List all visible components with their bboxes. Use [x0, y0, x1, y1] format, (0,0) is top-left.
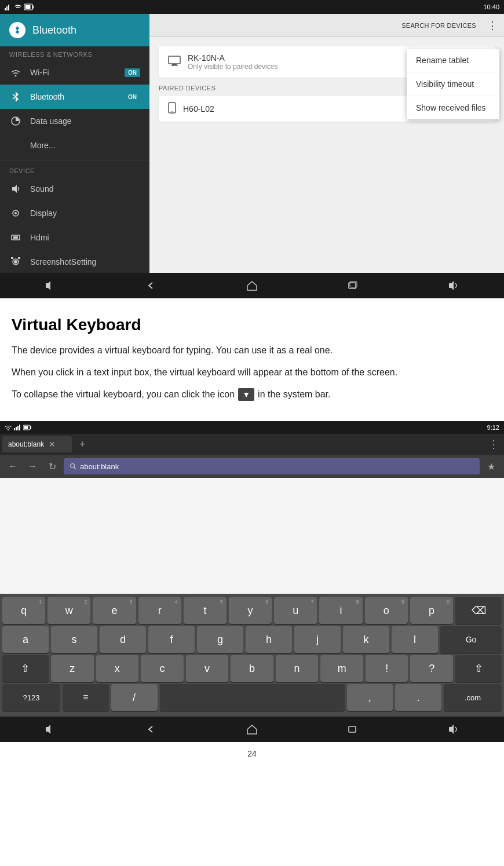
key-exclaim[interactable]: !: [366, 655, 408, 682]
status-bar: 10:40: [0, 0, 504, 14]
key-shift-left[interactable]: ⇧: [2, 655, 49, 682]
data-usage-icon: [9, 115, 22, 127]
browser-menu-button[interactable]: ⋮: [485, 436, 502, 452]
key-k[interactable]: k: [343, 626, 389, 653]
wifi-toggle[interactable]: ON: [125, 68, 140, 77]
svg-point-10: [14, 212, 17, 214]
key-x[interactable]: x: [96, 655, 139, 682]
key-r[interactable]: 4r: [138, 597, 181, 624]
browser-home[interactable]: [240, 718, 264, 741]
key-slash[interactable]: /: [111, 684, 158, 711]
key-backspace[interactable]: ⌫: [455, 597, 502, 624]
browser-status-bar: 9:12: [0, 421, 504, 434]
doc-para-3-prefix: To collapse the virtual keyboard, you ca…: [12, 388, 235, 401]
more-options-button[interactable]: ⋮: [485, 19, 499, 32]
key-e[interactable]: 3e: [93, 597, 136, 624]
svg-rect-16: [18, 257, 20, 259]
svg-rect-39: [17, 426, 19, 430]
sidebar-title: Bluetooth: [32, 24, 76, 36]
key-dotcom[interactable]: .com: [444, 684, 502, 711]
svg-marker-48: [449, 725, 454, 734]
key-t[interactable]: 5t: [184, 597, 227, 624]
key-g[interactable]: g: [197, 626, 243, 653]
bt-toggle[interactable]: ON: [125, 93, 140, 101]
browser-url-bar[interactable]: about:blank: [64, 458, 480, 474]
browser-back[interactable]: [140, 718, 163, 741]
key-period[interactable]: .: [395, 684, 441, 711]
key-123[interactable]: ?123: [2, 684, 60, 711]
volume-up-nav-button[interactable]: [442, 274, 465, 297]
battery-icon: [24, 3, 34, 10]
tab-close-button[interactable]: ✕: [49, 440, 56, 449]
key-c[interactable]: c: [141, 655, 184, 682]
key-b[interactable]: b: [231, 655, 273, 682]
key-d[interactable]: d: [100, 626, 146, 653]
keyboard-row-4: ?123 ≡ / , . .com: [2, 684, 502, 711]
browser-forward-button[interactable]: →: [24, 458, 41, 474]
key-y[interactable]: 6y: [229, 597, 272, 624]
sidebar-item-wifi[interactable]: Wi-Fi ON: [0, 60, 149, 85]
key-go[interactable]: Go: [440, 626, 502, 653]
key-f[interactable]: f: [148, 626, 195, 653]
key-m[interactable]: m: [320, 655, 363, 682]
key-l[interactable]: l: [392, 626, 438, 653]
key-q[interactable]: 1q: [2, 597, 45, 624]
key-o[interactable]: 9o: [365, 597, 408, 624]
sidebar-item-hdmi[interactable]: Hdmi: [0, 225, 149, 250]
sidebar-item-screenshot[interactable]: ScreenshotSetting: [0, 250, 149, 273]
key-w[interactable]: 2w: [48, 597, 90, 624]
sidebar-item-more[interactable]: More...: [0, 133, 149, 158]
search-for-devices-button[interactable]: SEARCH FOR DEVICES: [397, 20, 481, 31]
svg-rect-29: [171, 65, 178, 66]
sidebar-header: Bluetooth: [0, 14, 149, 46]
recent-nav-button[interactable]: [341, 274, 364, 297]
hdmi-label: Hdmi: [30, 233, 49, 242]
key-j[interactable]: j: [294, 626, 341, 653]
doc-title: Virtual Keyboard: [12, 316, 492, 334]
sidebar-item-bluetooth[interactable]: Bluetooth ON: [0, 85, 149, 109]
context-show-received-files[interactable]: Show received files: [407, 96, 499, 119]
volume-down-nav-button[interactable]: [39, 274, 62, 297]
context-visibility-timeout[interactable]: Visibility timeout: [407, 72, 499, 96]
browser-tab[interactable]: about:blank ✕: [2, 436, 72, 452]
key-z[interactable]: z: [51, 655, 94, 682]
key-i[interactable]: 8i: [319, 597, 362, 624]
new-tab-button[interactable]: +: [74, 436, 90, 452]
bookmark-button[interactable]: ★: [483, 458, 499, 474]
key-emoji[interactable]: ≡: [63, 684, 109, 711]
browser-vol-up[interactable]: [442, 718, 465, 741]
sidebar-item-sound[interactable]: Sound: [0, 177, 149, 201]
key-a[interactable]: a: [2, 626, 49, 653]
browser-back-button[interactable]: ←: [5, 458, 21, 474]
key-h[interactable]: h: [246, 626, 292, 653]
svg-rect-28: [172, 64, 177, 65]
wifi-sidebar-icon: [9, 66, 22, 79]
sidebar-item-display[interactable]: Display: [0, 201, 149, 225]
android-settings-screen: 10:40 Bluetooth WIRELESS & NETWORKS Wi-F…: [0, 0, 504, 298]
browser-reload-button[interactable]: ↻: [44, 458, 60, 474]
key-p[interactable]: 0p: [410, 597, 453, 624]
svg-rect-43: [24, 426, 28, 429]
key-v[interactable]: v: [186, 655, 229, 682]
svg-rect-15: [11, 257, 13, 259]
sidebar-item-data-usage[interactable]: Data usage: [0, 109, 149, 133]
key-space[interactable]: [160, 684, 345, 711]
svg-marker-32: [46, 281, 50, 290]
back-nav-button[interactable]: [140, 274, 163, 297]
browser-recent[interactable]: [341, 718, 364, 741]
key-n[interactable]: n: [276, 655, 319, 682]
key-comma[interactable]: ,: [347, 684, 393, 711]
svg-rect-5: [25, 5, 31, 9]
key-shift-right[interactable]: ⇧: [455, 655, 502, 682]
home-nav-button[interactable]: [240, 274, 264, 297]
browser-vol-down[interactable]: [39, 718, 62, 741]
key-u[interactable]: 7u: [274, 597, 317, 624]
browser-tab-bar: about:blank ✕ + ⋮: [0, 434, 504, 455]
svg-marker-35: [449, 281, 454, 290]
key-s[interactable]: s: [51, 626, 97, 653]
paired-device-name: H60-L02: [183, 104, 214, 114]
key-question[interactable]: ?: [410, 655, 453, 682]
wireless-section-label: WIRELESS & NETWORKS: [0, 46, 149, 60]
right-panel: SEARCH FOR DEVICES ⋮ RK-10N-A Only visib…: [149, 14, 504, 273]
context-rename-tablet[interactable]: Rename tablet: [407, 49, 499, 72]
